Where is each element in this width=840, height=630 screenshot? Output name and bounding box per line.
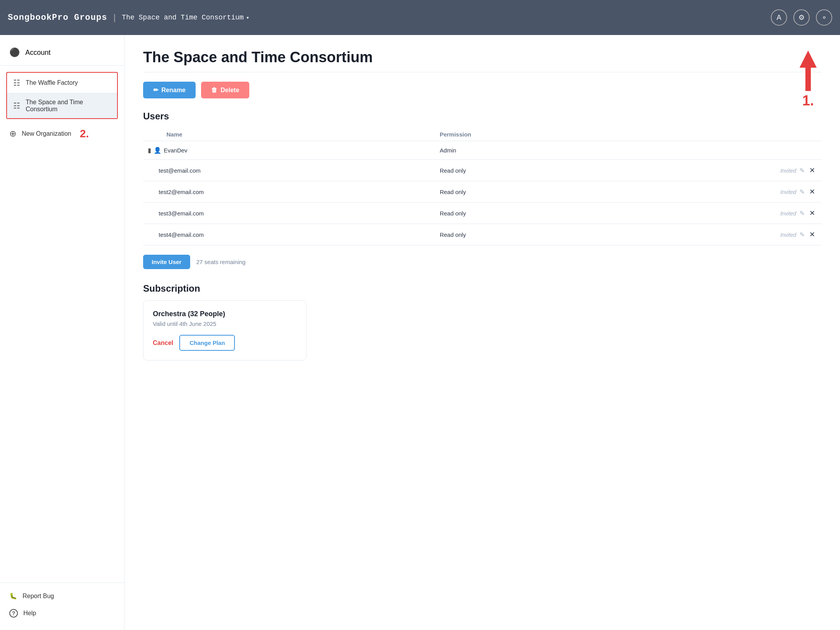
account-label: Account <box>25 49 51 57</box>
invited-badge: Invited <box>780 168 796 174</box>
user-name-cell: test@email.com <box>143 160 435 181</box>
invited-badge: Invited <box>780 232 796 238</box>
annotation-number-1: 1. <box>802 93 814 109</box>
invite-user-button[interactable]: Invite User <box>143 255 190 269</box>
help-label: Help <box>23 610 36 617</box>
users-table: Name Permission ▮ 👤 EvanDev Admin <box>143 128 821 245</box>
subscription-plan-name: Orchestra (32 People) <box>153 310 297 318</box>
remove-user-button[interactable]: ✕ <box>808 165 817 175</box>
arrow-up-shape <box>800 51 817 68</box>
card-icon: ▮ <box>148 147 151 154</box>
edit-user-button[interactable]: ✎ <box>798 187 806 196</box>
top-bar-icons: A ⚙ ⚬ <box>771 9 832 26</box>
arrow-stem <box>805 68 811 91</box>
sidebar: ⚫ Account ☷ The Waffle Factory ☷ The Spa… <box>0 35 124 630</box>
rename-label: Rename <box>161 87 186 94</box>
table-row: test4@email.com Read only Invited ✎ ✕ <box>143 224 821 245</box>
table-row: test3@email.com Read only Invited ✎ ✕ <box>143 203 821 224</box>
action-buttons: ✏ Rename 🗑 Delete <box>143 82 821 98</box>
invited-badge: Invited <box>780 210 796 217</box>
arrow-annotation-1: 1. <box>800 51 817 109</box>
bug-icon: 🐛 <box>9 592 17 600</box>
plus-circle-icon: ⊕ <box>9 129 16 139</box>
person-icon: 👤 <box>154 147 161 154</box>
main-content: 1. The Space and Time Consortium ✏ Renam… <box>124 35 840 630</box>
seats-remaining-text: 27 seats remaining <box>196 259 246 265</box>
user-actions-cell: Invited ✎ ✕ <box>617 224 821 245</box>
sidebar-divider <box>0 65 124 66</box>
help-icon: ? <box>9 609 18 618</box>
new-org-label: New Organization <box>22 130 71 137</box>
pencil-icon: ✏ <box>153 86 158 94</box>
invited-badge: Invited <box>780 189 796 195</box>
remove-user-button[interactable]: ✕ <box>808 229 817 240</box>
edit-user-button[interactable]: ✎ <box>798 166 806 175</box>
table-row: test@email.com Read only Invited ✎ ✕ <box>143 160 821 181</box>
rename-button[interactable]: ✏ Rename <box>143 82 196 98</box>
delete-label: Delete <box>220 87 239 94</box>
user-permission-cell: Read only <box>435 160 617 181</box>
remove-user-button[interactable]: ✕ <box>808 208 817 218</box>
chevron-down-icon: ▾ <box>246 14 249 21</box>
edit-user-button[interactable]: ✎ <box>798 230 806 239</box>
change-plan-button[interactable]: Change Plan <box>179 335 235 351</box>
user-name-cell: test3@email.com <box>143 203 435 224</box>
table-row: ▮ 👤 EvanDev Admin <box>143 141 821 160</box>
app-title: SongbookPro Groups <box>8 13 107 23</box>
remove-user-button[interactable]: ✕ <box>808 187 817 197</box>
user-permission-cell: Read only <box>435 203 617 224</box>
account-letter: A <box>777 14 781 22</box>
subscription-valid-until: Valid until 4th June 2025 <box>153 320 297 327</box>
invite-row: Invite User 27 seats remaining <box>143 255 821 269</box>
user-permission-cell: Read only <box>435 181 617 203</box>
org-name-waffle: The Waffle Factory <box>26 79 78 86</box>
user-name-cell: ▮ 👤 EvanDev <box>143 141 435 160</box>
cancel-subscription-button[interactable]: Cancel <box>153 340 173 346</box>
org-name-space: The Space and Time Consortium <box>26 99 111 113</box>
org-selector[interactable]: The Space and Time Consortium ▾ <box>122 14 249 21</box>
gear-icon: ⚙ <box>798 13 805 22</box>
layout: ⚫ Account ☷ The Waffle Factory ☷ The Spa… <box>0 35 840 630</box>
trash-icon: 🗑 <box>211 87 217 94</box>
user-name-evan: EvanDev <box>164 147 187 154</box>
user-actions-cell <box>617 141 821 160</box>
user-icon: ⚬ <box>821 13 827 22</box>
org-icon-waffle: ☷ <box>13 78 20 88</box>
col-name-header: Name <box>143 128 435 141</box>
edit-user-button[interactable]: ✎ <box>798 209 806 218</box>
subscription-card: Orchestra (32 People) Valid until 4th Ju… <box>143 300 306 360</box>
settings-icon-button[interactable]: ⚙ <box>793 9 810 26</box>
delete-button[interactable]: 🗑 Delete <box>201 82 249 98</box>
sidebar-help[interactable]: ? Help <box>0 604 124 622</box>
account-icon: ⚫ <box>9 47 20 58</box>
top-bar: SongbookPro Groups | The Space and Time … <box>0 0 840 35</box>
user-name-cell: test2@email.com <box>143 181 435 203</box>
account-icon-button[interactable]: A <box>771 9 787 26</box>
report-bug-label: Report Bug <box>23 593 54 600</box>
table-row: test2@email.com Read only Invited ✎ ✕ <box>143 181 821 203</box>
user-permission-cell: Admin <box>435 141 617 160</box>
title-divider <box>143 72 821 72</box>
sidebar-account-item[interactable]: ⚫ Account <box>0 43 124 62</box>
org-name-label: The Space and Time Consortium <box>122 14 243 21</box>
col-actions-header <box>617 128 821 141</box>
sidebar-new-org-item[interactable]: ⊕ New Organization 2. <box>0 122 124 145</box>
annotation-2: 2. <box>80 128 89 140</box>
user-actions-cell: Invited ✎ ✕ <box>617 203 821 224</box>
user-actions-cell: Invited ✎ ✕ <box>617 160 821 181</box>
user-profile-icon-button[interactable]: ⚬ <box>816 9 832 26</box>
sidebar-item-waffle-factory[interactable]: ☷ The Waffle Factory <box>7 73 117 93</box>
col-permission-header: Permission <box>435 128 617 141</box>
title-divider: | <box>114 12 116 23</box>
org-icon-space: ☷ <box>13 101 20 110</box>
sidebar-bottom: 🐛 Report Bug ? Help <box>0 583 124 622</box>
sidebar-report-bug[interactable]: 🐛 Report Bug <box>0 588 124 604</box>
sidebar-org-section: ☷ The Waffle Factory ☷ The Space and Tim… <box>6 72 118 119</box>
users-section-title: Users <box>143 111 821 122</box>
user-name-cell: test4@email.com <box>143 224 435 245</box>
sidebar-item-space-time[interactable]: ☷ The Space and Time Consortium <box>7 93 117 118</box>
user-actions-cell: Invited ✎ ✕ <box>617 181 821 203</box>
page-title: The Space and Time Consortium <box>143 49 821 66</box>
subscription-actions: Cancel Change Plan <box>153 335 297 351</box>
subscription-section-title: Subscription <box>143 283 821 294</box>
